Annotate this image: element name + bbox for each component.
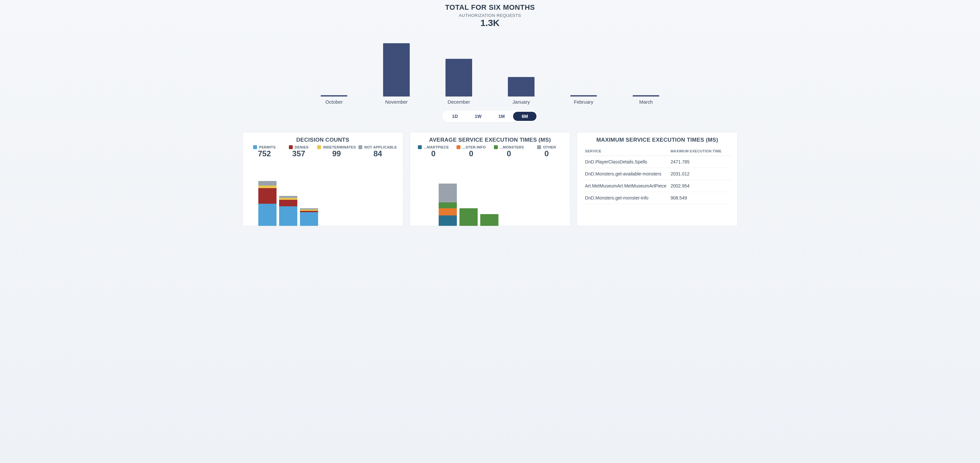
table-row: Art.MetMuseumArt.MetMuseumArtPiece2002.9… xyxy=(583,180,732,192)
decision-legend-item: NOT APPLICABLE84 xyxy=(358,145,397,158)
range-option-1w[interactable]: 1W xyxy=(466,112,490,121)
table-row: DnD.PlayerClassDetails.Spells2471.785 xyxy=(583,156,732,168)
avgexec-legend-item: OTHER0 xyxy=(529,145,564,158)
avgexec-bar xyxy=(439,184,457,226)
swatch-icon xyxy=(457,145,460,149)
decision-legend-label: PERMITS xyxy=(259,145,275,149)
time-cell: 2471.785 xyxy=(669,156,732,168)
swatch-icon xyxy=(289,145,293,149)
avg-exec-chart xyxy=(416,158,565,226)
avgexec-legend-label: ...MARTPIECE xyxy=(424,145,449,149)
main-bar-label: November xyxy=(385,99,407,105)
main-bar-february: February xyxy=(558,95,609,105)
main-bar-label: December xyxy=(447,99,470,105)
bar xyxy=(570,95,597,97)
avgexec-legend-value: 0 xyxy=(469,149,473,158)
range-option-6m[interactable]: 6M xyxy=(513,112,536,121)
range-picker: 1D1W1M6M xyxy=(242,110,738,122)
segment-grey xyxy=(439,184,457,202)
decision-legend-item: DENIES357 xyxy=(283,145,315,158)
avgexec-legend-item: ...STER-INFO0 xyxy=(453,145,489,158)
service-cell: DnD.Monsters.get-monster-info xyxy=(583,192,668,204)
main-bar-december: December xyxy=(433,59,485,105)
service-cell: DnD.Monsters.get-available-monsters xyxy=(583,168,668,180)
decision-legend-value: 84 xyxy=(373,149,382,158)
decision-legend-value: 357 xyxy=(292,149,305,158)
decision-legend-label: DENIES xyxy=(295,145,309,149)
max-exec-panel: MAXIMUM SERVICE EXECUTION TIMES (MS) SER… xyxy=(577,132,738,226)
swatch-icon xyxy=(537,145,541,149)
segment-denies xyxy=(258,188,277,204)
max-exec-table: SERVICEMAXIMUM EXECUTION TIME DnD.Player… xyxy=(583,146,732,204)
segment-denies xyxy=(279,200,298,206)
table-header: MAXIMUM EXECUTION TIME xyxy=(669,146,732,156)
decision-counts-chart xyxy=(248,158,397,226)
summary-header: TOTAL FOR SIX MONTHS AUTHORIZATION REQUE… xyxy=(242,3,738,28)
avg-exec-title: AVERAGE SERVICE EXECUTION TIMES (MS) xyxy=(416,137,565,143)
range-option-1d[interactable]: 1D xyxy=(444,112,466,121)
decision-counts-title: DECISION COUNTS xyxy=(248,137,397,143)
segment-orange xyxy=(439,208,457,215)
time-cell: 2002.954 xyxy=(669,180,732,192)
avgexec-bar xyxy=(460,208,478,226)
decision-legend-label: INDETERMINATES xyxy=(323,145,356,149)
avgexec-legend-label: ...STER-INFO xyxy=(462,145,486,149)
bar xyxy=(633,95,659,97)
swatch-icon xyxy=(358,145,362,149)
decision-bar xyxy=(279,196,298,226)
segment-permits xyxy=(279,206,298,226)
segment-green xyxy=(480,214,498,226)
main-bar-october: October xyxy=(308,95,360,105)
decision-legend-item: INDETERMINATES99 xyxy=(317,145,356,158)
segment-permits xyxy=(300,212,318,226)
decision-bar xyxy=(300,208,318,226)
table-header: SERVICE xyxy=(583,146,668,156)
service-cell: DnD.PlayerClassDetails.Spells xyxy=(583,156,668,168)
main-bar-label: February xyxy=(574,99,593,105)
main-bar-january: January xyxy=(495,77,547,105)
avgexec-legend-label: ...MONSTERS xyxy=(500,145,524,149)
time-cell: 908.549 xyxy=(669,192,732,204)
service-cell: Art.MetMuseumArt.MetMuseumArtPiece xyxy=(583,180,668,192)
time-cell: 2031.012 xyxy=(669,168,732,180)
total-value: 1.3K xyxy=(242,18,738,28)
avgexec-legend-value: 0 xyxy=(431,149,436,158)
segment-permits xyxy=(258,204,277,226)
main-bar-label: March xyxy=(639,99,653,105)
avgexec-bar xyxy=(480,214,498,226)
total-subtitle: AUTHORIZATION REQUESTS xyxy=(242,13,738,18)
segment-teal xyxy=(439,215,457,226)
bar xyxy=(445,59,472,97)
max-exec-title: MAXIMUM SERVICE EXECUTION TIMES (MS) xyxy=(583,137,732,143)
avgexec-legend-item: ...MONSTERS0 xyxy=(491,145,527,158)
bar xyxy=(508,77,535,97)
avgexec-legend-value: 0 xyxy=(544,149,549,158)
avgexec-legend-value: 0 xyxy=(507,149,511,158)
swatch-icon xyxy=(253,145,257,149)
main-bar-label: January xyxy=(512,99,530,105)
decision-legend-item: PERMITS752 xyxy=(248,145,280,158)
swatch-icon xyxy=(418,145,422,149)
swatch-icon xyxy=(317,145,321,149)
avgexec-legend-label: OTHER xyxy=(543,145,556,149)
main-bar-march: March xyxy=(620,95,672,105)
table-row: DnD.Monsters.get-available-monsters2031.… xyxy=(583,168,732,180)
avg-exec-panel: AVERAGE SERVICE EXECUTION TIMES (MS) ...… xyxy=(410,132,571,226)
segment-green xyxy=(460,208,478,226)
max-exec-table-wrap[interactable]: SERVICEMAXIMUM EXECUTION TIME DnD.Player… xyxy=(583,146,732,226)
main-bar-november: November xyxy=(371,43,422,105)
segment-not_applicable xyxy=(258,181,277,186)
segment-green xyxy=(439,202,457,208)
bar xyxy=(383,43,410,97)
table-row: DnD.Monsters.get-monster-info908.549 xyxy=(583,192,732,204)
segment-indeterminates xyxy=(258,186,277,188)
range-option-1m[interactable]: 1M xyxy=(490,112,513,121)
total-title: TOTAL FOR SIX MONTHS xyxy=(242,3,738,12)
decision-counts-panel: DECISION COUNTS PERMITS752DENIES357INDET… xyxy=(242,132,403,226)
main-chart: OctoberNovemberDecemberJanuaryFebruaryMa… xyxy=(242,38,738,105)
decision-legend-label: NOT APPLICABLE xyxy=(364,145,397,149)
bar xyxy=(321,95,347,97)
swatch-icon xyxy=(494,145,498,149)
main-bar-label: October xyxy=(325,99,342,105)
decision-bar xyxy=(258,181,277,226)
